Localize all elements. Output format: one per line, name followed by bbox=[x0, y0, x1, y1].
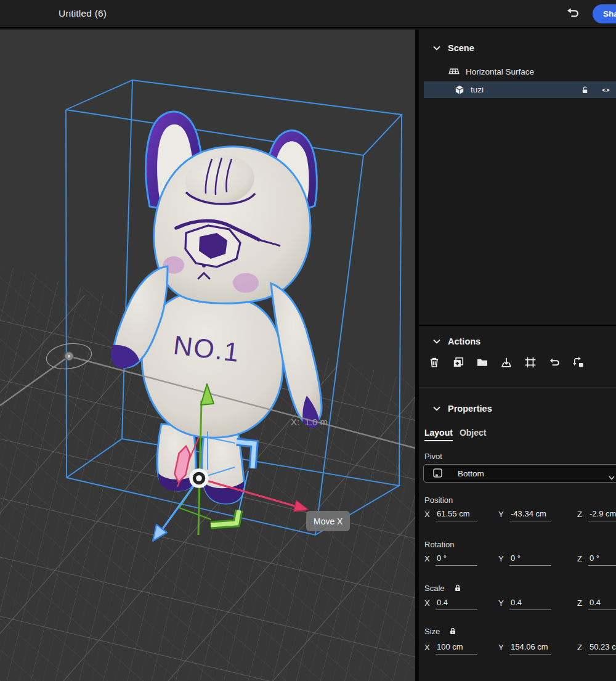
viewport-3d-canvas[interactable]: NO.1 bbox=[0, 30, 415, 681]
workspace: NO.1 bbox=[0, 30, 616, 681]
replace-button[interactable] bbox=[570, 354, 586, 370]
topbar: Untitled (6) Share bbox=[0, 0, 616, 28]
scene-item-tuzi[interactable]: tuzi bbox=[424, 81, 616, 98]
frame-icon bbox=[524, 356, 537, 369]
size-y-field[interactable]: 154.06 cm bbox=[509, 642, 551, 654]
scene-section-header[interactable]: Scene bbox=[419, 43, 616, 53]
duplicate-button[interactable] bbox=[450, 354, 466, 370]
rotation-x-field[interactable]: 0 ° bbox=[436, 553, 477, 566]
right-panel: Scene Horizontal Surface bbox=[419, 30, 616, 681]
scale-fields: X0.4 Y0.4 Z0.4 bbox=[424, 598, 616, 610]
scene-render: NO.1 bbox=[0, 30, 415, 681]
rotation-label: Rotation bbox=[424, 540, 454, 549]
pivot-dropdown[interactable]: Bottom bbox=[423, 464, 616, 483]
scene-section: Scene Horizontal Surface bbox=[419, 30, 616, 325]
share-button[interactable]: Share bbox=[593, 4, 616, 23]
chevron-down-icon bbox=[433, 45, 440, 51]
undo-button[interactable] bbox=[563, 4, 582, 23]
tab-layout[interactable]: Layout bbox=[424, 428, 453, 441]
actions-toolbar bbox=[419, 354, 616, 370]
frame-button[interactable] bbox=[522, 354, 538, 370]
position-label: Position bbox=[424, 495, 453, 505]
scene-item-horizontal-surface[interactable]: Horizontal Surface bbox=[419, 63, 616, 80]
horizontal-surface-icon bbox=[448, 66, 460, 77]
scale-x-field[interactable]: 0.4 bbox=[436, 598, 477, 610]
rotation-y-field[interactable]: 0 ° bbox=[509, 553, 551, 566]
size-x-field[interactable]: 100 cm bbox=[436, 642, 477, 654]
duplicate-icon bbox=[452, 356, 464, 369]
gizmo-xz-plane-handle[interactable] bbox=[211, 510, 239, 525]
actions-section-header[interactable]: Actions bbox=[419, 336, 616, 346]
rotation-z-field[interactable]: 0 ° bbox=[588, 553, 616, 566]
axis-distance-readout: X: 1.0 m bbox=[291, 417, 328, 427]
pivot-value: Bottom bbox=[458, 469, 484, 478]
world-axis-handle[interactable] bbox=[44, 340, 93, 372]
chevron-down-icon bbox=[433, 338, 440, 345]
chevron-down-icon bbox=[609, 471, 615, 476]
delete-button[interactable] bbox=[426, 354, 442, 370]
lock-closed-icon[interactable] bbox=[448, 626, 457, 636]
lock-open-icon[interactable] bbox=[580, 85, 590, 95]
swap-icon bbox=[572, 356, 585, 369]
trash-icon bbox=[428, 356, 440, 369]
cube-icon bbox=[454, 84, 465, 96]
size-z-field[interactable]: 50.23 cm bbox=[588, 642, 616, 654]
lock-closed-icon[interactable] bbox=[453, 583, 462, 593]
gizmo-origin-handle[interactable] bbox=[191, 470, 207, 486]
chevron-down-icon bbox=[433, 406, 440, 412]
scale-label: Scale bbox=[424, 583, 462, 593]
folder-icon bbox=[476, 356, 488, 369]
import-icon bbox=[500, 356, 513, 369]
position-y-field[interactable]: -43.34 cm bbox=[509, 509, 551, 521]
character-tuzi[interactable]: NO.1 bbox=[111, 112, 322, 504]
actions-section: Actions bbox=[419, 326, 616, 387]
properties-section: Properties Layout Object Pivot Bottom bbox=[419, 388, 616, 681]
properties-section-header[interactable]: Properties bbox=[419, 404, 492, 414]
scene-tree: Horizontal Surface tuzi bbox=[419, 63, 616, 98]
size-label: Size bbox=[424, 626, 457, 636]
undo-arrow-icon bbox=[565, 7, 580, 20]
group-button[interactable] bbox=[474, 354, 490, 370]
rotation-fields: X0 ° Y0 ° Z0 ° bbox=[424, 553, 616, 566]
eye-icon[interactable] bbox=[601, 85, 610, 95]
undo-icon bbox=[548, 356, 561, 369]
topbar-actions: Share bbox=[563, 4, 616, 23]
position-fields: X61.55 cm Y-43.34 cm Z-2.9 cm bbox=[424, 509, 616, 521]
document-title: Untitled (6) bbox=[59, 8, 107, 19]
scale-z-field[interactable]: 0.4 bbox=[588, 598, 616, 610]
position-x-field[interactable]: 61.55 cm bbox=[436, 509, 477, 521]
nose-dot bbox=[202, 264, 206, 267]
pivot-label: Pivot bbox=[424, 452, 442, 461]
size-fields: X100 cm Y154.06 cm Z50.23 cm bbox=[424, 642, 616, 654]
stager-app-window: Untitled (6) Share bbox=[0, 0, 616, 681]
tab-object[interactable]: Object bbox=[460, 428, 487, 441]
position-z-field[interactable]: -2.9 cm bbox=[588, 509, 616, 521]
undo-action-button[interactable] bbox=[546, 354, 562, 370]
move-x-tooltip: Move X bbox=[306, 511, 350, 531]
pivot-bottom-icon bbox=[432, 468, 444, 479]
properties-tabs: Layout Object bbox=[424, 428, 486, 441]
scale-y-field[interactable]: 0.4 bbox=[509, 598, 551, 610]
cheek-right bbox=[233, 273, 259, 293]
import-button[interactable] bbox=[498, 354, 514, 370]
